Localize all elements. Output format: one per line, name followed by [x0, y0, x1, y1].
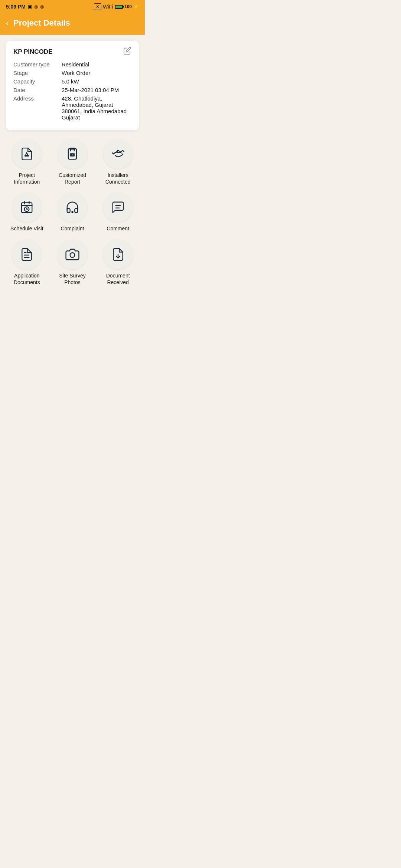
info-label: Capacity [13, 78, 62, 85]
grid-item-installers-connected[interactable]: Installers Connected [97, 139, 139, 185]
project-card: KP PINCODE Customer typeResidentialStage… [6, 41, 139, 130]
schedule-visit-icon [12, 193, 42, 222]
info-value: 428, Ghatlodiya, Ahmedabad, Gujarat 3800… [62, 95, 131, 121]
info-value: Residential [62, 61, 131, 68]
signal-icon: ◎ [34, 4, 38, 9]
svg-rect-10 [73, 155, 74, 156]
app-header: ‹ Project Details [0, 13, 145, 35]
site-survey-photos-label: Site Survey Photos [59, 272, 86, 286]
document-received-icon [103, 240, 133, 269]
document-received-label: Document Received [106, 272, 130, 286]
grid-item-complaint[interactable]: Complaint [52, 193, 94, 232]
status-right-icons: ✕ WiFi 100 ⚡ [94, 3, 139, 10]
info-row: Address428, Ghatlodiya, Ahmedabad, Gujar… [13, 95, 131, 121]
page-title: Project Details [13, 18, 70, 28]
grid-item-site-survey-photos[interactable]: Site Survey Photos [52, 240, 94, 286]
sim-icon: ▣ [28, 4, 32, 9]
svg-point-25 [70, 253, 75, 257]
project-information-icon [12, 139, 42, 169]
info-row: Date25-Mar-2021 03:04 PM [13, 87, 131, 93]
project-name: KP PINCODE [13, 48, 53, 56]
back-button[interactable]: ‹ [6, 18, 9, 28]
status-bar: 5:09 PM ▣ ◎ ◎ ✕ WiFi 100 ⚡ [0, 0, 145, 13]
info-value: 5.0 kW [62, 78, 131, 85]
info-label: Date [13, 87, 62, 93]
info-value: 25-Mar-2021 03:04 PM [62, 87, 131, 93]
project-information-label: Project Information [14, 172, 40, 185]
installers-connected-icon [103, 139, 133, 169]
application-documents-icon [12, 240, 42, 269]
info-row: StageWork Order [13, 70, 131, 76]
data-icon: ◎ [40, 4, 44, 9]
site-survey-photos-icon [58, 240, 87, 269]
svg-rect-9 [71, 155, 72, 156]
grid-item-schedule-visit[interactable]: Schedule Visit [6, 193, 48, 232]
info-label: Address [13, 95, 62, 121]
grid-item-comment[interactable]: Comment [97, 193, 139, 232]
customized-report-icon [58, 139, 87, 169]
info-label: Stage [13, 70, 62, 76]
grid-item-application-documents[interactable]: Application Documents [6, 240, 48, 286]
schedule-visit-label: Schedule Visit [10, 225, 43, 232]
grid-item-customized-report[interactable]: Customized Report [52, 139, 94, 185]
complaint-icon [58, 193, 87, 222]
wifi-icon: WiFi [103, 4, 113, 10]
notification-icon: ✕ [94, 3, 101, 10]
grid-item-project-information[interactable]: Project Information [6, 139, 48, 185]
status-time: 5:09 PM [6, 4, 26, 10]
comment-icon [103, 193, 133, 222]
grid-item-document-received[interactable]: Document Received [97, 240, 139, 286]
customized-report-label: Customized Report [59, 172, 86, 185]
card-header: KP PINCODE [13, 47, 131, 57]
battery-percent: 100 [124, 4, 132, 9]
battery-icon [115, 5, 123, 9]
comment-label: Comment [107, 225, 129, 232]
info-row: Capacity5.0 kW [13, 78, 131, 85]
info-row: Customer typeResidential [13, 61, 131, 68]
project-info: Customer typeResidentialStageWork OrderC… [13, 61, 131, 121]
info-value: Work Order [62, 70, 131, 76]
charging-icon: ⚡ [133, 4, 139, 9]
info-label: Customer type [13, 61, 62, 68]
complaint-label: Complaint [61, 225, 84, 232]
actions-grid: Project InformationCustomized ReportInst… [6, 139, 139, 286]
edit-button[interactable] [123, 47, 131, 57]
svg-point-12 [117, 151, 119, 153]
main-content: KP PINCODE Customer typeResidentialStage… [0, 35, 145, 295]
application-documents-label: Application Documents [14, 272, 40, 286]
installers-connected-label: Installers Connected [105, 172, 131, 185]
